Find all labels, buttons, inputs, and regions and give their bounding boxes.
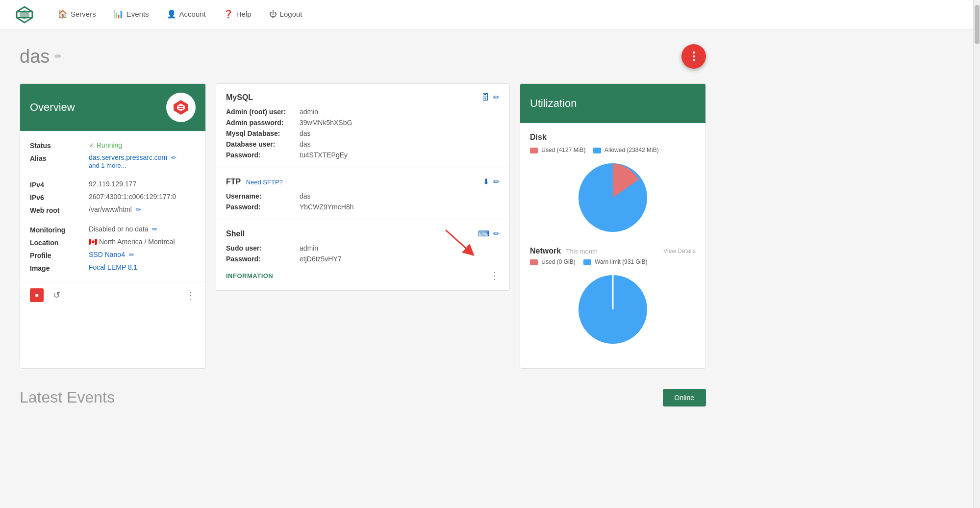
home-icon: 🏠 [58,9,68,19]
ftp-username-value: das [300,192,500,200]
nav-item-help[interactable]: ❓ Help [215,0,260,29]
ftp-info: Username: das Password: YbCWZ9YmcH8h [226,192,500,211]
location-label: Location [30,238,84,247]
nav-label-account: Account [179,10,206,18]
alias-link[interactable]: das.servers.pressarc.com [89,153,167,161]
events-icon: 📊 [114,9,124,19]
profile-label: Profile [30,251,84,259]
svg-rect-7 [178,108,183,109]
ipv6-value: 2607:4300:1:c006:129:177:0 [89,193,196,202]
alias-more[interactable]: and 1 more... [89,162,126,169]
image-value: Focal LEMP 8.1 [89,263,196,272]
ipv4-value: 92.119.129.177 [89,180,196,189]
stop-button[interactable]: ■ [30,288,44,302]
mysql-db-user-value: das [300,140,500,148]
mysql-title: MySQL [226,93,253,102]
network-warn-legend: Warn limit (931 GiB) [583,258,648,265]
shell-password-value: etjD6tz5vHY7 [300,255,500,263]
mysql-icons: 🗄 ✏ [481,93,500,102]
disk-legend: Used (4127 MiB) Allowed (23842 MiB) [530,147,696,153]
mysql-admin-user-value: admin [300,108,500,116]
help-icon: ❓ [224,9,233,19]
reload-icon: ↺ [53,290,60,301]
information-button[interactable]: INFORMATION [226,272,273,279]
ftp-edit-icon[interactable]: ✏ [493,177,500,186]
utilization-card: Utilization Disk Used (4127 MiB) Allowed… [520,83,706,369]
page-title: das ✏ [20,46,62,67]
disk-allowed-dot [593,148,601,153]
shell-header: Shell ⌨ ✏ [226,229,500,238]
online-badge: Online [663,389,706,406]
page-title-edit-icon[interactable]: ✏ [54,51,62,62]
profile-value: SSD Nano4 ✏ [89,251,196,259]
alias-label: Alias [30,153,84,162]
overview-more-button[interactable]: ⋮ [186,289,196,301]
network-used-dot [530,259,538,265]
ftp-password-value: YbCWZ9YmcH8h [300,203,500,211]
footer-actions: ■ ↺ [30,288,63,302]
utilization-title: Utilization [530,97,577,110]
network-warn-dot [583,259,591,265]
monitoring-edit-icon[interactable]: ✏ [152,226,157,233]
nav-label-logout: Logout [280,10,302,18]
monitoring-label: Monitoring [30,225,84,234]
disk-title: Disk [530,133,696,142]
nav-item-logout[interactable]: ⏻ Logout [260,0,311,29]
overview-info-grid: Status ✓ Running Alias das.servers.press… [30,141,196,272]
mysql-db-pass-label: Password: [226,151,295,159]
network-legend: Used (0 GiB) Warn limit (931 GiB) [530,258,696,265]
webroot-edit-icon[interactable]: ✏ [136,206,141,213]
mysql-admin-pass-value: 39wMNk5hXSbG [300,119,500,127]
utilization-header: Utilization [520,84,705,123]
webroot-value: /var/www/html ✏ [89,205,196,214]
mysql-card: MySQL 🗄 ✏ Admin (root) user: admin Admin… [216,83,510,168]
shell-footer: INFORMATION ⋮ [226,270,500,281]
shell-card: Shell ⌨ ✏ Sudo user: admin Password: etj… [216,220,510,291]
checkmark-icon: ✓ [89,141,95,149]
mysql-header: MySQL 🗄 ✏ [226,93,500,102]
ftp-subtitle[interactable]: Need SFTP? [246,178,283,186]
alias-value: das.servers.pressarc.com ✏ and 1 more... [89,153,196,169]
stop-icon: ■ [35,292,38,299]
profile-edit-icon[interactable]: ✏ [129,251,134,258]
location-value: 🇨🇦 North America / Montreal [89,238,196,247]
reload-button[interactable]: ↺ [50,288,63,302]
shell-password-label: Password: [226,255,295,263]
status-value: ✓ Running [89,141,196,150]
main-content: das ✏ ⋮ Overview [0,29,726,421]
svg-rect-6 [178,106,183,107]
ipv4-label: IPv4 [30,180,84,189]
middle-cards: MySQL 🗄 ✏ Admin (root) user: admin Admin… [216,83,510,369]
shell-more-button[interactable]: ⋮ [490,270,500,281]
fab-button[interactable]: ⋮ [681,44,706,69]
ftp-download-icon[interactable]: ⬇ [483,177,489,186]
mysql-info: Admin (root) user: admin Admin password:… [226,108,500,159]
alias-edit-icon[interactable]: ✏ [171,154,176,161]
nav-logo[interactable] [15,5,34,25]
nav-item-account[interactable]: 👤 Account [158,0,215,29]
monitoring-value: Disabled or no data ✏ [89,225,196,234]
mysql-edit-icon[interactable]: ✏ [493,93,500,102]
scrollbar[interactable] [973,0,980,421]
mysql-db-icon[interactable]: 🗄 [481,93,489,102]
ftp-icons: ⬇ ✏ [483,177,500,186]
mysql-admin-pass-label: Admin password: [226,119,295,127]
image-link[interactable]: Focal LEMP 8.1 [89,263,137,271]
scrollbar-thumb[interactable] [975,5,980,44]
status-label: Status [30,141,84,150]
account-icon: 👤 [167,9,176,19]
view-details-link[interactable]: View Details [663,248,696,254]
image-label: Image [30,263,84,272]
shell-info: Sudo user: admin Password: etjD6tz5vHY7 [226,244,500,263]
shell-terminal-icon[interactable]: ⌨ [478,229,489,238]
navbar: 🏠 Servers 📊 Events 👤 Account ❓ Help ⏻ Lo… [0,0,980,29]
mysql-db-pass-value: tu4STXTEPgEy [300,151,500,159]
ftp-username-label: Username: [226,192,295,200]
nav-item-servers[interactable]: 🏠 Servers [49,0,105,29]
shell-edit-icon[interactable]: ✏ [493,229,500,238]
nav-item-events[interactable]: 📊 Events [105,0,158,29]
server-logo-icon [171,98,191,117]
fab-icon: ⋮ [688,50,699,63]
profile-link[interactable]: SSD Nano4 [89,251,125,258]
shell-title: Shell [226,229,245,238]
